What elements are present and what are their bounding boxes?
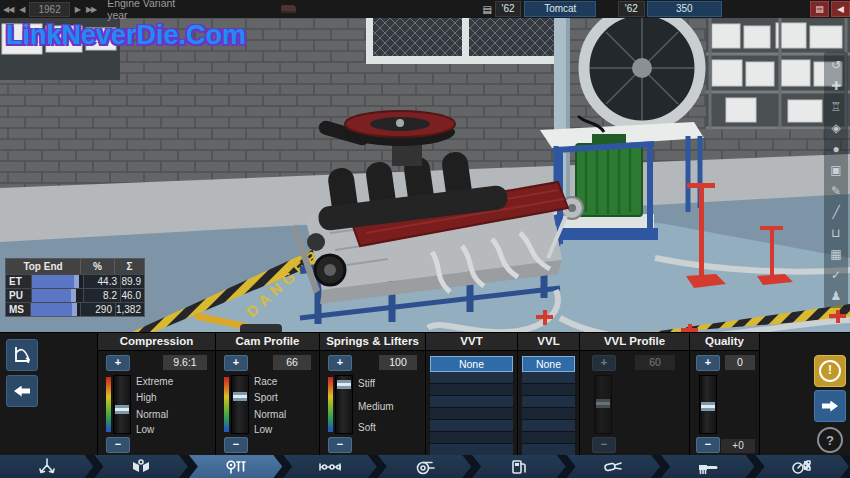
help-button[interactable]: ? [817, 427, 843, 453]
family-year-field[interactable]: '62 [495, 1, 522, 17]
stats-sum-header: Σ [115, 259, 144, 274]
cam-minus-button[interactable]: − [224, 437, 248, 453]
keyboard-icon[interactable]: ▤ [482, 4, 491, 15]
vvl-list-row[interactable] [522, 396, 575, 408]
keyboard-shortcuts-button[interactable]: ▤ [810, 1, 829, 17]
vvl-list-row[interactable] [522, 384, 575, 396]
next-button[interactable] [814, 390, 846, 422]
pencil-icon[interactable]: ✎ [824, 180, 848, 201]
cam-gradient [224, 377, 229, 432]
window [366, 18, 564, 64]
character-icon[interactable]: ♟ [824, 285, 848, 306]
quality-delta-value: +0 [721, 439, 755, 453]
tab-family[interactable] [0, 455, 93, 478]
tab-engine-block[interactable] [94, 455, 187, 478]
warning-button[interactable]: ! [814, 355, 846, 387]
designer-tab-bar [0, 455, 850, 478]
cam-slider[interactable] [231, 375, 249, 434]
springs-slider-handle[interactable] [337, 383, 351, 386]
check-icon[interactable]: ✓ [824, 264, 848, 285]
crankshaft-icon [319, 458, 341, 476]
quality-value[interactable]: 0 [725, 355, 755, 370]
year-last-button[interactable]: ▶▶ [83, 5, 99, 14]
ruler-icon[interactable]: ╱ [824, 201, 848, 222]
tab-top-end[interactable] [189, 455, 282, 478]
ball-icon[interactable]: ● [824, 138, 848, 159]
car-icon [281, 5, 296, 13]
cup-icon[interactable]: ⊔ [824, 222, 848, 243]
year-next-button[interactable]: ▶ [72, 5, 83, 14]
compression-gradient [106, 377, 111, 432]
vvt-list: None [430, 356, 513, 454]
vvl-profile-slider [594, 375, 612, 434]
cam-value[interactable]: 66 [273, 355, 311, 370]
cam-profile-header: Cam Profile [216, 333, 319, 351]
springs-header: Springs & Lifters [320, 333, 425, 351]
variant-name-field[interactable]: 350 [647, 1, 722, 17]
springs-value[interactable]: 100 [379, 355, 417, 370]
table-row: ET 44.3 89.9 [6, 274, 144, 288]
vvt-list-row[interactable] [430, 372, 513, 384]
tuning-panel: Compression + 9.6:1 Extreme High Normal … [0, 332, 850, 456]
back-button[interactable] [6, 375, 38, 407]
gauge-checkered-icon [791, 458, 813, 476]
tab-exhaust[interactable] [567, 455, 660, 478]
vvt-option-none[interactable]: None [430, 356, 513, 372]
variant-year-field[interactable]: '62 [618, 1, 645, 17]
vvl-list-row[interactable] [522, 432, 575, 444]
year-first-button[interactable]: ◀◀ [0, 5, 16, 14]
camera-reset-icon[interactable]: ↺ [824, 54, 848, 75]
springs-gradient [328, 377, 333, 432]
tab-aspiration[interactable] [378, 455, 471, 478]
pan-icon[interactable]: ✚ [824, 75, 848, 96]
trophy-icon[interactable]: ♖ [824, 96, 848, 117]
quality-slider[interactable] [699, 375, 717, 434]
springs-minus-button[interactable]: − [328, 437, 352, 453]
vvl-profile-minus-button: − [592, 437, 616, 453]
crate-icon[interactable]: ▦ [824, 243, 848, 264]
tab-testing[interactable] [756, 455, 849, 478]
exhaust-icon [602, 458, 624, 476]
vvl-profile-slider-handle [596, 402, 610, 405]
year-prev-button[interactable]: ◀ [16, 5, 27, 14]
vvt-list-row[interactable] [430, 384, 513, 396]
tab-crankshaft[interactable] [283, 455, 376, 478]
vvl-profile-plus-button: + [592, 355, 616, 371]
vvl-list-row[interactable] [522, 408, 575, 420]
compression-plus-button[interactable]: + [106, 355, 130, 371]
family-name-field[interactable]: Tomcat [524, 1, 596, 17]
vvt-list-row[interactable] [430, 408, 513, 420]
table-row: PU 8.2 46.0 [6, 288, 144, 302]
turbo-icon [413, 458, 435, 476]
quality-column: Quality + 0 − +0 [690, 333, 760, 456]
vvt-list-row[interactable] [430, 432, 513, 444]
tab-fuel-system[interactable] [472, 455, 565, 478]
quality-slider-handle[interactable] [701, 405, 715, 408]
vvl-list-row[interactable] [522, 372, 575, 384]
tab-finish[interactable] [661, 455, 754, 478]
springs-slider[interactable] [335, 375, 353, 434]
graph-icon [12, 345, 32, 365]
cam-slider-handle[interactable] [233, 395, 247, 398]
brush-icon [697, 458, 719, 476]
vvt-list-row[interactable] [430, 420, 513, 432]
watermark: LinkNeverDie.Com [6, 20, 246, 51]
vvt-list-row[interactable] [430, 396, 513, 408]
engine-block-icon [130, 458, 152, 476]
compression-slider-handle[interactable] [115, 408, 129, 411]
compression-minus-button[interactable]: − [106, 437, 130, 453]
stats-title: Top End [6, 259, 81, 274]
screenshot-icon[interactable]: ▣ [824, 159, 848, 180]
dyno-graph-button[interactable] [6, 339, 38, 371]
engine-icon[interactable]: ◈ [824, 117, 848, 138]
compression-slider[interactable] [113, 375, 131, 434]
quality-minus-button[interactable]: − [696, 437, 720, 453]
cam-plus-button[interactable]: + [224, 355, 248, 371]
vvl-list-row[interactable] [522, 420, 575, 432]
vvl-option-none[interactable]: None [522, 356, 575, 372]
springs-plus-button[interactable]: + [328, 355, 352, 371]
quality-plus-button[interactable]: + [696, 355, 720, 371]
top-back-button[interactable]: ◀ [831, 1, 850, 17]
compression-column: Compression + 9.6:1 Extreme High Normal … [98, 333, 216, 456]
compression-value[interactable]: 9.6:1 [163, 355, 207, 370]
